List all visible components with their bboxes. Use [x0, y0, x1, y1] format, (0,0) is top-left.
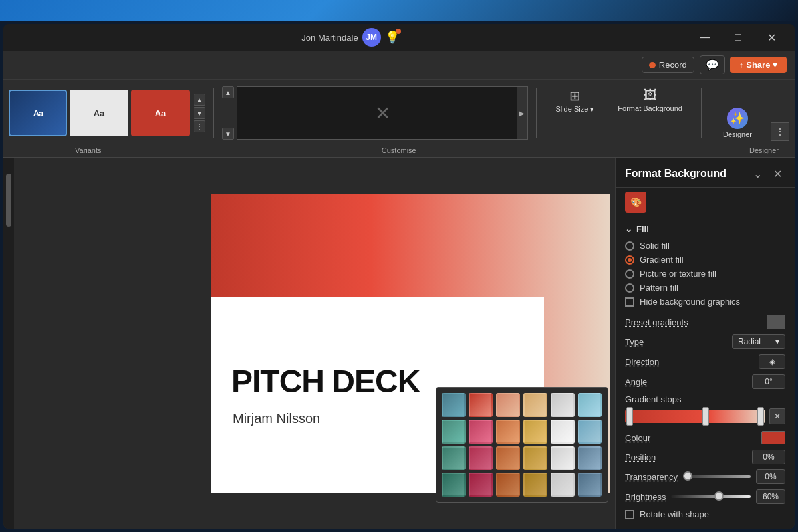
ribbon-divider-1 [213, 88, 214, 138]
gradient-delete-button[interactable]: ✕ [769, 408, 785, 424]
preset-gradient-item[interactable] [496, 420, 520, 444]
preset-gradient-item[interactable] [469, 473, 493, 497]
preset-gradient-item[interactable] [496, 446, 520, 470]
preset-gradient-item[interactable] [523, 393, 547, 417]
picture-fill-label: Picture or texture fill [640, 269, 716, 279]
app-window: Jon Martindale JM 💡 — □ ✕ Record 💬 ↑ Sha… [3, 24, 795, 529]
preset-gradient-item[interactable] [442, 393, 466, 417]
preset-gradient-item[interactable] [523, 446, 547, 470]
maximize-button[interactable]: □ [723, 27, 753, 48]
variant-thumb-3[interactable]: Aa [131, 90, 190, 136]
gradient-stop-right[interactable] [757, 407, 764, 426]
hide-bg-option[interactable]: Hide background graphics [625, 297, 785, 307]
designer-icon: ✨ [727, 108, 748, 129]
record-button[interactable]: Record [642, 57, 694, 73]
lightbulb-container: 💡 [385, 30, 400, 45]
solid-fill-option[interactable]: Solid fill [625, 241, 785, 251]
preset-gradient-item[interactable] [578, 446, 602, 470]
type-dropdown[interactable]: Radial ▾ [732, 334, 785, 349]
direction-dropdown[interactable]: ◈ [759, 354, 785, 369]
colour-label: Colour [625, 433, 650, 443]
customize-group: ⊞ Slide Size ▾ 🖼 Format Background [545, 82, 693, 144]
preset-gradient-item[interactable] [551, 393, 575, 417]
brightness-input[interactable] [756, 489, 785, 504]
colour-swatch[interactable] [761, 431, 785, 444]
hide-bg-checkbox[interactable] [625, 297, 634, 307]
position-input[interactable] [752, 450, 785, 464]
variants-scroll-down[interactable]: ▼ [194, 107, 205, 119]
brightness-slider[interactable] [671, 495, 751, 498]
share-label: Share ▾ [746, 60, 777, 70]
left-scrollbar[interactable] [3, 158, 14, 529]
preset-gradient-item[interactable] [523, 473, 547, 497]
gradient-stops-label: Gradient stops [625, 394, 785, 404]
preset-gradient-item[interactable] [496, 393, 520, 417]
fill-options: Solid fill Gradient fill Picture or text… [625, 241, 785, 307]
gradient-stop-mid[interactable] [702, 407, 709, 426]
panel-header: Format Background ⌄ ✕ [616, 158, 795, 188]
close-button[interactable]: ✕ [756, 27, 787, 48]
pattern-fill-option[interactable]: Pattern fill [625, 283, 785, 293]
picture-fill-radio[interactable] [625, 269, 634, 279]
transparency-input[interactable] [756, 469, 785, 484]
variant-thumb-1[interactable]: Aa [9, 90, 67, 136]
slide-subtitle: Mirjam Nilsson [233, 411, 320, 426]
preset-gradient-item[interactable] [496, 473, 520, 497]
preset-gradient-item[interactable] [551, 420, 575, 444]
user-avatar[interactable]: JM [362, 28, 381, 47]
format-background-button[interactable]: 🖼 Format Background [612, 85, 688, 115]
preset-gradient-item[interactable] [442, 446, 466, 470]
fill-section-header[interactable]: ⌄ Fill [625, 224, 785, 234]
panel-header-buttons: ⌄ ✕ [749, 166, 785, 182]
fill-tab-button[interactable]: 🎨 [625, 192, 646, 213]
preset-gradient-item[interactable] [469, 420, 493, 444]
variants-scroll-up[interactable]: ▲ [194, 94, 205, 106]
gradient-stop-left[interactable] [626, 407, 633, 426]
slide-preview-container[interactable]: ✕ ▶ [237, 86, 528, 140]
solid-fill-label: Solid fill [640, 241, 670, 251]
gradient-track[interactable] [625, 410, 765, 423]
slide-size-button[interactable]: ⊞ Slide Size ▾ [550, 85, 599, 116]
solid-fill-radio[interactable] [625, 241, 634, 251]
panel-close-button[interactable]: ✕ [769, 166, 785, 182]
variant-thumb-2[interactable]: Aa [70, 90, 128, 136]
preset-gradient-item[interactable] [469, 393, 493, 417]
ribbon-expand-button[interactable]: ⋮ [771, 122, 789, 141]
preset-gradient-item[interactable] [578, 420, 602, 444]
ribbon: Record 💬 ↑ Share ▾ Aa Aa Aa [3, 51, 795, 158]
slides-scroll-down[interactable]: ▼ [222, 128, 234, 140]
fill-section-label: Fill [636, 224, 649, 234]
preset-gradient-item[interactable] [442, 473, 466, 497]
rotate-with-shape-checkbox[interactable] [625, 510, 634, 519]
gradient-fill-radio[interactable] [625, 255, 634, 265]
slides-scroll-up[interactable]: ▲ [222, 86, 234, 98]
preset-gradient-item[interactable] [469, 446, 493, 470]
slide-scroll-right[interactable]: ▶ [517, 87, 527, 139]
preset-gradient-item[interactable] [551, 446, 575, 470]
panel-collapse-button[interactable]: ⌄ [749, 166, 765, 182]
transparency-slider[interactable] [683, 475, 751, 478]
preset-gradient-item[interactable] [442, 420, 466, 444]
angle-input[interactable] [752, 374, 785, 389]
direction-label: Direction [625, 357, 659, 367]
format-background-panel: Format Background ⌄ ✕ 🎨 ⌄ Fill [615, 158, 795, 529]
minimize-button[interactable]: — [690, 27, 720, 48]
comment-button[interactable]: 💬 [700, 55, 725, 74]
format-bg-icon: 🖼 [644, 88, 657, 103]
preset-gradient-item[interactable] [578, 473, 602, 497]
preset-gradient-item[interactable] [551, 473, 575, 497]
format-bg-ribbon-label: Format Background [618, 104, 682, 112]
rotate-with-shape-option[interactable]: Rotate with shape [625, 509, 785, 519]
ribbon-bottom: Variants Customise Designer [3, 146, 795, 157]
variants-more[interactable]: ⋮ [194, 120, 205, 132]
designer-button[interactable]: ✨ Designer [715, 105, 760, 141]
pattern-fill-radio[interactable] [625, 283, 634, 293]
type-row: Type Radial ▾ [625, 334, 785, 349]
preset-gradients-swatch[interactable] [767, 315, 785, 329]
gradient-fill-option[interactable]: Gradient fill [625, 255, 785, 265]
preset-gradient-item[interactable] [523, 420, 547, 444]
designer-bottom-label: Designer [749, 146, 779, 154]
preset-gradient-item[interactable] [578, 393, 602, 417]
share-button[interactable]: ↑ Share ▾ [730, 57, 787, 73]
picture-fill-option[interactable]: Picture or texture fill [625, 269, 785, 279]
